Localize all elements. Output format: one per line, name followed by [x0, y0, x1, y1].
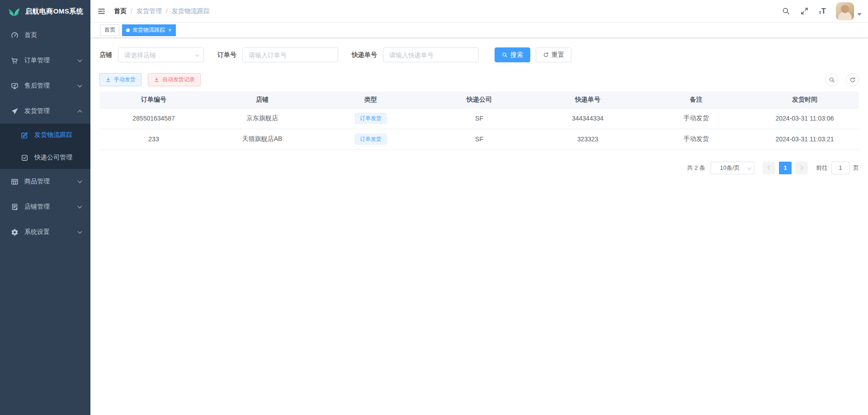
app-logo[interactable]: 启航电商OMS系统: [0, 0, 90, 23]
tag-shipping-logistics-tracking[interactable]: 发货物流跟踪 ×: [122, 24, 176, 36]
cell-courier: SF: [425, 108, 533, 129]
goods-icon: [11, 178, 19, 186]
prev-page-button[interactable]: [763, 162, 775, 174]
sidebar-item-goods[interactable]: 商品管理: [0, 169, 90, 194]
col-type: 类型: [316, 92, 425, 108]
sprout-logo-icon: [7, 5, 21, 17]
cell-tracking-no: 344344334: [533, 108, 642, 129]
sidebar-item-orders[interactable]: 订单管理: [0, 48, 90, 73]
sidebar-item-courier-company-management[interactable]: 快递公司管理: [0, 146, 90, 169]
sidebar-item-label: 发货管理: [24, 107, 50, 115]
shop-icon: [11, 203, 19, 211]
caret-down-icon: [857, 13, 862, 16]
user-menu[interactable]: [836, 2, 862, 20]
sidebar-item-shipping-logistics-tracking[interactable]: 发货物流跟踪: [0, 124, 90, 146]
search-toggle-icon: [829, 77, 835, 83]
table-toolbar: 手动发货 自动发货记录: [99, 73, 859, 86]
breadcrumb-separator: /: [166, 8, 168, 15]
sidebar-item-label: 发货物流跟踪: [34, 131, 72, 139]
order-no-input[interactable]: [242, 47, 338, 62]
chevron-down-icon: [78, 179, 82, 183]
shop-select-input[interactable]: [118, 47, 204, 62]
cell-shop: 天猫旗舰店AB: [208, 129, 316, 149]
sidebar-item-shipping[interactable]: 发货管理: [0, 98, 90, 124]
table-row[interactable]: 233 天猫旗舰店AB 订单发货 SF 323323 手动发货 2024-03-…: [99, 129, 859, 149]
sidebar-fold-icon[interactable]: [97, 7, 106, 16]
edit-icon: [21, 131, 28, 139]
pagination-jumper: 前往 页: [816, 162, 859, 174]
page-suffix-label: 页: [853, 164, 859, 172]
manual-ship-button[interactable]: 手动发货: [99, 73, 142, 86]
table-header-row: 订单编号 店铺 类型 快递公司 快递单号 备注 发货时间: [99, 92, 859, 108]
col-order-no: 订单编号: [99, 92, 208, 108]
goto-page-input[interactable]: [831, 162, 849, 174]
search-button[interactable]: 搜索: [495, 47, 530, 62]
close-icon[interactable]: ×: [168, 27, 172, 33]
sidebar-item-aftersale[interactable]: 售后管理: [0, 73, 90, 98]
navbar-actions: тT: [782, 2, 862, 20]
filter-item-tracking-no: 快递单号: [352, 47, 479, 62]
tag-label: 发货物流跟踪: [132, 26, 165, 34]
sidebar-item-home[interactable]: 首页: [0, 23, 90, 48]
cell-ship-time: 2024-03-31 11:03:06: [750, 108, 859, 129]
cell-type: 订单发货: [316, 129, 425, 149]
chevron-down-icon: [78, 83, 82, 88]
goto-label: 前往: [816, 164, 828, 172]
sidebar: 启航电商OMS系统 首页 订单管理 售后管理 发货: [0, 0, 90, 415]
breadcrumb-current: 发货物流跟踪: [172, 7, 210, 15]
breadcrumb-home[interactable]: 首页: [114, 7, 127, 15]
chevron-down-icon: [78, 204, 82, 209]
tag-home[interactable]: 首页: [100, 24, 119, 36]
main-area: 首页 / 发货管理 / 发货物流跟踪 тT 首页: [90, 0, 868, 415]
chevron-right-icon: [799, 166, 803, 170]
dashboard-icon: [11, 32, 19, 39]
refresh-table-button[interactable]: [846, 73, 859, 86]
type-tag: 订单发货: [355, 113, 387, 124]
fullscreen-icon[interactable]: [800, 7, 809, 15]
send-icon: [11, 107, 19, 115]
refresh-icon: [849, 77, 856, 83]
toggle-search-button[interactable]: [825, 73, 838, 86]
sidebar-item-label: 售后管理: [24, 82, 50, 90]
shipping-submenu: 发货物流跟踪 快递公司管理: [0, 124, 90, 169]
filter-item-order-no: 订单号: [217, 47, 338, 62]
table-row[interactable]: 285501634587 京东旗舰店 订单发货 SF 344344334 手动发…: [99, 108, 859, 129]
search-icon[interactable]: [782, 7, 790, 15]
cell-courier: SF: [425, 129, 533, 149]
sidebar-menu: 首页 订单管理 售后管理 发货管理: [0, 23, 90, 245]
col-tracking-no: 快递单号: [533, 92, 642, 108]
page-number-1[interactable]: 1: [779, 162, 792, 174]
sidebar-item-label: 店铺管理: [24, 203, 50, 211]
auto-ship-record-button[interactable]: 自动发货记录: [148, 73, 201, 86]
breadcrumb-shipping: 发货管理: [137, 7, 162, 15]
avatar[interactable]: [836, 2, 854, 20]
sidebar-item-label: 快递公司管理: [34, 154, 72, 162]
col-ship-time: 发货时间: [750, 92, 859, 108]
tracking-no-input[interactable]: [383, 47, 479, 62]
shop-select[interactable]: [118, 47, 204, 62]
next-page-button[interactable]: [795, 162, 808, 174]
filter-form: 店铺 订单号 快递单号 搜索: [99, 47, 859, 62]
page-size-value[interactable]: 10条/页: [711, 162, 755, 174]
filter-item-shop: 店铺: [99, 47, 204, 62]
download-icon: [105, 77, 111, 83]
reset-button-label: 重置: [552, 51, 564, 59]
type-tag: 订单发货: [355, 134, 387, 145]
tag-label: 首页: [104, 26, 115, 34]
auto-ship-record-label: 自动发货记录: [162, 76, 195, 84]
sidebar-item-label: 商品管理: [24, 177, 50, 186]
sidebar-item-stores[interactable]: 店铺管理: [0, 194, 90, 219]
col-courier: 快递公司: [425, 92, 533, 108]
chevron-left-icon: [768, 166, 772, 170]
search-button-label: 搜索: [510, 51, 523, 59]
sidebar-item-label: 订单管理: [24, 56, 50, 65]
manual-ship-label: 手动发货: [114, 76, 136, 84]
cell-ship-time: 2024-03-31 11:03:21: [750, 129, 859, 149]
col-remark: 备注: [642, 92, 750, 108]
sidebar-item-settings[interactable]: 系统设置: [0, 219, 90, 245]
download-icon: [154, 77, 160, 83]
reset-button[interactable]: 重置: [536, 47, 571, 62]
search-icon: [502, 52, 508, 58]
page-size-select[interactable]: 10条/页: [711, 162, 755, 174]
font-size-icon[interactable]: тT: [819, 7, 826, 15]
